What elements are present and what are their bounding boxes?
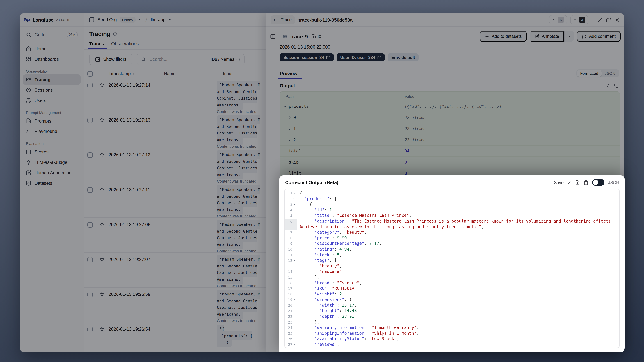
save-file-icon[interactable] (575, 180, 580, 185)
fold-chevron-icon (293, 203, 296, 206)
check-icon (567, 180, 572, 184)
fold-chevron-icon (293, 192, 296, 194)
line-number: 28 (285, 348, 297, 348)
editor-code: "stock": 5, (297, 252, 619, 258)
json-editor[interactable]: 1{2 "products": [3 {4 "id": 1,5 "title":… (284, 189, 620, 348)
editor-line: 28 { (285, 348, 619, 348)
editor-code: "depth": 28.01 (297, 314, 619, 320)
editor-code: "rating": 4.94, (297, 246, 619, 252)
editor-line: 5 "title": "Essence Mascara Lash Prince"… (285, 213, 619, 218)
editor-line: 4 "id": 1, (285, 208, 619, 213)
json-toggle-label: JSON (608, 180, 619, 184)
editor-code: { (297, 190, 619, 196)
line-number: 11 (285, 252, 297, 258)
editor-code: { (297, 202, 619, 207)
modal-title: Corrected Output (Beta) (285, 180, 338, 185)
line-number: 1 (285, 190, 297, 196)
desktop: Langfuse v3.146.0 Go to...⌘ KHomeDashboa… (0, 0, 644, 362)
editor-code: { (297, 348, 619, 348)
editor-code: }, (297, 320, 619, 325)
editor-code: "warrantyInformation": "1 month warranty… (297, 325, 619, 331)
line-number: 4 (285, 208, 297, 213)
delete-icon[interactable] (584, 180, 589, 185)
line-number: 24 (285, 325, 297, 331)
line-number: 25 (285, 331, 297, 336)
editor-line: 11 "stock": 5, (285, 252, 619, 258)
editor-code: "shippingInformation": "Ships in 1 month… (297, 331, 619, 336)
editor-code: "brand": "Essence", (297, 280, 619, 286)
corrected-output-modal: Corrected Output (Beta) Saved JSON 1{2 "… (280, 176, 624, 352)
editor-line: 10 "rating": 4.94, (285, 246, 619, 252)
line-number: 18 (285, 291, 297, 297)
fold-chevron-icon (293, 198, 296, 200)
editor-line: 3 { (285, 202, 619, 207)
editor-line: 13 "beauty", (285, 263, 619, 269)
editor-line: 17 "sku": "RCH45Q1A", (285, 286, 619, 291)
line-number: 26 (285, 336, 297, 342)
fold-chevron-icon (293, 343, 296, 346)
line-number: 23 (285, 320, 297, 325)
editor-line: 2 "products": [ (285, 196, 619, 202)
editor-code: "discountPercentage": 7.17, (297, 241, 619, 246)
editor-code: "weight": 2, (297, 291, 619, 297)
line-number: 2 (285, 196, 297, 202)
editor-line: 12 "tags": [ (285, 258, 619, 263)
line-number: 12 (285, 258, 297, 263)
editor-code: "height": 14.43, (297, 308, 619, 314)
editor-line: 6 "description": "The Essence Mascara La… (285, 218, 619, 230)
line-number: 20 (285, 303, 297, 308)
fold-chevron-icon (293, 259, 296, 262)
line-number: 10 (285, 246, 297, 252)
line-number: 21 (285, 308, 297, 314)
editor-code: "reviews": [ (297, 342, 619, 348)
line-number: 8 (285, 236, 297, 241)
editor-line: 14 "mascara" (285, 269, 619, 275)
editor-code: "id": 1, (297, 208, 619, 213)
saved-label: Saved (554, 180, 566, 184)
saved-status: Saved (554, 180, 571, 184)
editor-line: 15 ], (285, 275, 619, 280)
editor-line: 21 "height": 14.43, (285, 308, 619, 314)
editor-line: 23 }, (285, 320, 619, 325)
editor-line: 1{ (285, 190, 619, 196)
editor-code: "description": "The Essence Mascara Lash… (297, 218, 619, 230)
editor-code: "dimensions": { (297, 297, 619, 303)
editor-code: "price": 9.99, (297, 236, 619, 241)
editor-code: "mascara" (297, 269, 619, 275)
line-number: 14 (285, 269, 297, 275)
editor-line: 19 "dimensions": { (285, 297, 619, 303)
editor-line: 25 "shippingInformation": "Ships in 1 mo… (285, 331, 619, 336)
line-number: 17 (285, 286, 297, 291)
editor-line: 18 "weight": 2, (285, 291, 619, 297)
fold-chevron-icon (293, 298, 296, 301)
editor-code: "width": 23.17, (297, 303, 619, 308)
line-number: 3 (285, 202, 297, 207)
line-number: 16 (285, 280, 297, 286)
editor-line: 27 "reviews": [ (285, 342, 619, 348)
editor-line: 26 "availabilityStatus": "Low Stock", (285, 336, 619, 342)
editor-code: "sku": "RCH45Q1A", (297, 286, 619, 291)
editor-code: "tags": [ (297, 258, 619, 263)
line-number: 22 (285, 314, 297, 320)
line-number: 15 (285, 275, 297, 280)
json-toggle[interactable] (592, 179, 605, 186)
editor-line: 16 "brand": "Essence", (285, 280, 619, 286)
editor-line: 24 "warrantyInformation": "1 month warra… (285, 325, 619, 331)
editor-line: 7 "category": "beauty", (285, 230, 619, 235)
editor-line: 20 "width": 23.17, (285, 303, 619, 308)
line-number: 19 (285, 297, 297, 303)
editor-code: "category": "beauty", (297, 230, 619, 235)
line-number: 7 (285, 230, 297, 235)
editor-code: ], (297, 275, 619, 280)
editor-line: 22 "depth": 28.01 (285, 314, 619, 320)
editor-code: "products": [ (297, 196, 619, 202)
line-number: 27 (285, 342, 297, 348)
line-number: 6 (285, 218, 297, 230)
editor-code: "title": "Essence Mascara Lash Prince", (297, 213, 619, 218)
editor-line: 8 "price": 9.99, (285, 236, 619, 241)
editor-code: "availabilityStatus": "Low Stock", (297, 336, 619, 342)
line-number: 9 (285, 241, 297, 246)
editor-line: 9 "discountPercentage": 7.17, (285, 241, 619, 246)
line-number: 13 (285, 263, 297, 269)
editor-code: "beauty", (297, 263, 619, 269)
